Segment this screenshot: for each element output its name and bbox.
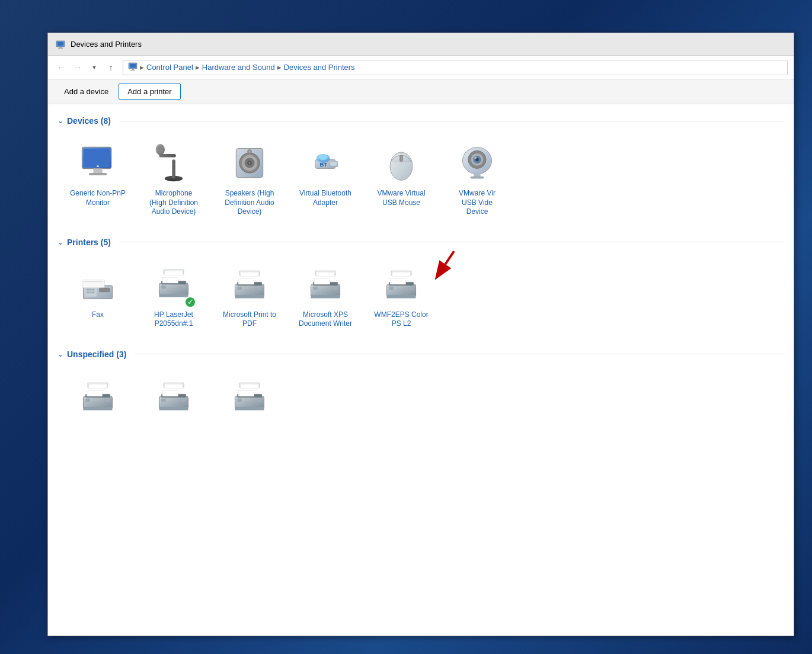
svg-rect-60 bbox=[159, 294, 188, 297]
fax-label: Fax bbox=[92, 310, 104, 320]
svg-rect-1 bbox=[57, 42, 63, 46]
main-content: ⌄ Devices (8) bbox=[48, 104, 794, 636]
address-bar: ▸ Control Panel ▸ Hardware and Sound ▸ D… bbox=[123, 60, 788, 75]
device-item-speakers[interactable]: Speakers (HighDefinition AudioDevice) bbox=[214, 135, 285, 223]
printers-toggle[interactable]: ⌄ bbox=[57, 238, 63, 246]
history-dropdown-button[interactable]: ▼ bbox=[87, 60, 101, 75]
unspec3-icon bbox=[228, 375, 271, 418]
monitor-label: Generic Non-PnPMonitor bbox=[70, 189, 126, 207]
svg-rect-45 bbox=[87, 288, 89, 290]
device-item-ms-xps[interactable]: Microsoft XPSDocument Writer bbox=[290, 257, 361, 335]
svg-rect-48 bbox=[87, 291, 89, 293]
unspecified-grid bbox=[57, 368, 784, 429]
svg-rect-74 bbox=[311, 295, 340, 299]
separator-2: ▸ bbox=[196, 63, 200, 72]
svg-rect-11 bbox=[89, 173, 107, 175]
svg-rect-90 bbox=[83, 407, 112, 411]
svg-rect-47 bbox=[92, 288, 95, 290]
webcam-label: VMware VirUSB VideDevice bbox=[450, 189, 504, 217]
history-arrow-icon: ▼ bbox=[92, 65, 97, 70]
svg-rect-76 bbox=[386, 284, 415, 297]
printers-section-header: ⌄ Printers (5) bbox=[57, 238, 784, 247]
add-printer-button[interactable]: Add a printer bbox=[119, 84, 180, 100]
svg-rect-53 bbox=[99, 287, 110, 292]
svg-rect-98 bbox=[241, 384, 258, 389]
svg-point-23 bbox=[249, 162, 251, 164]
svg-rect-78 bbox=[390, 278, 405, 284]
device-item-fax[interactable]: Fax bbox=[62, 257, 133, 335]
svg-point-89 bbox=[106, 399, 110, 402]
device-item-unspec3[interactable] bbox=[214, 368, 285, 429]
svg-rect-10 bbox=[93, 168, 102, 173]
speakers-icon bbox=[228, 142, 271, 184]
ms-pdf-label: Microsoft Print toPDF bbox=[223, 310, 276, 329]
svg-rect-14 bbox=[172, 159, 175, 178]
main-window: Devices and Printers ← → ▼ ↑ ▸ Control P… bbox=[47, 33, 794, 636]
svg-rect-71 bbox=[314, 278, 330, 284]
svg-point-96 bbox=[182, 399, 186, 402]
devices-toggle[interactable]: ⌄ bbox=[57, 117, 63, 125]
title-bar-title: Devices and Printers bbox=[71, 40, 142, 49]
unspec2-icon bbox=[152, 375, 195, 418]
svg-rect-97 bbox=[159, 407, 188, 411]
svg-rect-6 bbox=[132, 69, 134, 70]
svg-rect-92 bbox=[159, 396, 188, 409]
separator-3: ▸ bbox=[277, 63, 282, 72]
device-item-microphone[interactable]: Microphone(High DefinitionAudio Device) bbox=[138, 135, 209, 223]
device-item-bluetooth[interactable]: BT Virtual BluetoothAdapter bbox=[290, 135, 361, 223]
forward-button[interactable]: → bbox=[71, 60, 85, 75]
svg-rect-67 bbox=[235, 295, 264, 299]
address-hardware[interactable]: Hardware and Sound bbox=[202, 63, 275, 72]
bluetooth-label: Virtual BluetoothAdapter bbox=[299, 189, 351, 207]
svg-rect-99 bbox=[235, 396, 264, 409]
svg-rect-84 bbox=[89, 384, 107, 389]
address-devices[interactable]: Devices and Printers bbox=[284, 63, 355, 72]
monitor-icon bbox=[76, 142, 119, 184]
devices-section-title: Devices (8) bbox=[67, 116, 111, 126]
svg-rect-104 bbox=[235, 407, 264, 411]
default-printer-badge: ✓ bbox=[184, 296, 196, 308]
arrow-annotation-svg bbox=[418, 245, 460, 287]
up-button[interactable]: ↑ bbox=[104, 60, 118, 75]
unspecified-toggle[interactable]: ⌄ bbox=[57, 350, 63, 358]
device-item-hp-laserjet[interactable]: ✓ HP LaserJetP2055dn#:1 bbox=[138, 257, 209, 335]
device-item-mouse[interactable]: VMware VirtualUSB Mouse bbox=[366, 135, 437, 223]
svg-rect-87 bbox=[87, 391, 102, 396]
device-item-unspec2[interactable] bbox=[138, 368, 209, 429]
svg-rect-64 bbox=[238, 278, 254, 284]
device-item-monitor[interactable]: Generic Non-PnPMonitor bbox=[62, 135, 133, 223]
devices-grid: Generic Non-PnPMonitor bbox=[57, 135, 784, 223]
svg-rect-75 bbox=[392, 272, 410, 277]
svg-rect-7 bbox=[130, 70, 135, 70]
microphone-icon bbox=[152, 142, 195, 184]
svg-rect-3 bbox=[58, 48, 63, 49]
back-button[interactable]: ← bbox=[54, 60, 68, 75]
device-item-unspec1[interactable] bbox=[62, 368, 133, 429]
svg-rect-52 bbox=[83, 281, 103, 282]
title-bar: Devices and Printers bbox=[48, 33, 794, 56]
address-control-panel[interactable]: Control Panel bbox=[146, 63, 193, 72]
add-device-button[interactable]: Add a device bbox=[55, 84, 117, 100]
svg-rect-62 bbox=[235, 284, 264, 297]
svg-rect-72 bbox=[313, 287, 318, 290]
microphone-label: Microphone(High DefinitionAudio Device) bbox=[149, 189, 198, 217]
device-item-webcam[interactable]: VMware VirUSB VideDevice bbox=[442, 135, 513, 223]
svg-point-40 bbox=[474, 157, 477, 159]
mouse-label: VMware VirtualUSB Mouse bbox=[377, 189, 425, 207]
svg-rect-57 bbox=[162, 277, 178, 283]
svg-rect-61 bbox=[241, 272, 258, 277]
svg-point-66 bbox=[258, 287, 261, 290]
svg-rect-101 bbox=[238, 391, 254, 396]
svg-point-12 bbox=[97, 165, 99, 167]
svg-point-80 bbox=[410, 287, 413, 290]
svg-rect-50 bbox=[92, 291, 95, 293]
speakers-label: Speakers (HighDefinition AudioDevice) bbox=[225, 189, 274, 217]
svg-rect-79 bbox=[389, 287, 394, 290]
printers-section-title: Printers (5) bbox=[67, 238, 111, 247]
svg-rect-81 bbox=[386, 295, 415, 299]
device-item-wmf2eps[interactable]: WMF2EPS ColorPS L2 bbox=[366, 257, 437, 335]
device-item-ms-pdf[interactable]: Microsoft Print toPDF bbox=[214, 257, 285, 335]
toolbar: Add a device Add a printer bbox=[48, 79, 794, 104]
svg-point-30 bbox=[319, 155, 328, 160]
address-icon bbox=[128, 62, 138, 73]
